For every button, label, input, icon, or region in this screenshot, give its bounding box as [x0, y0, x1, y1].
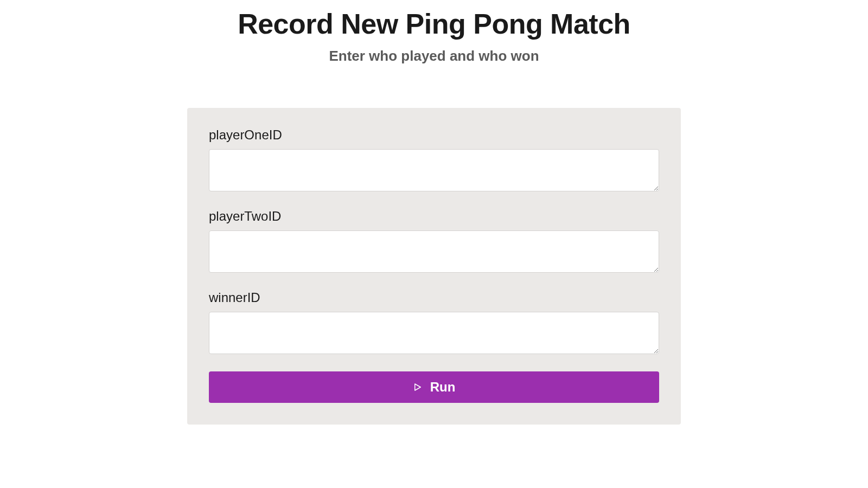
- page-title: Record New Ping Pong Match: [187, 8, 681, 40]
- form-group-player-one: playerOneID: [209, 127, 659, 194]
- player-two-id-input[interactable]: [209, 230, 659, 273]
- winner-id-input[interactable]: [209, 312, 659, 354]
- page-container: Record New Ping Pong Match Enter who pla…: [187, 0, 681, 425]
- run-button-label: Run: [430, 380, 456, 395]
- winner-id-label: winnerID: [209, 290, 659, 305]
- form-card: playerOneID playerTwoID winnerID Run: [187, 108, 681, 425]
- play-icon: [413, 382, 423, 392]
- run-button[interactable]: Run: [209, 371, 659, 403]
- player-one-id-label: playerOneID: [209, 127, 659, 143]
- svg-marker-0: [414, 384, 420, 390]
- page-subtitle: Enter who played and who won: [187, 48, 681, 65]
- form-group-winner: winnerID: [209, 290, 659, 356]
- form-group-player-two: playerTwoID: [209, 209, 659, 275]
- player-two-id-label: playerTwoID: [209, 209, 659, 224]
- player-one-id-input[interactable]: [209, 149, 659, 191]
